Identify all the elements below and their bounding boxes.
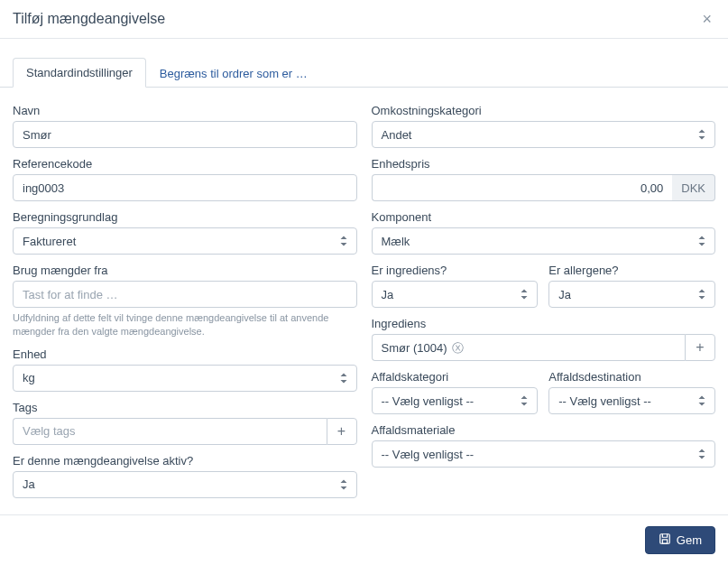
close-icon: × bbox=[702, 10, 712, 28]
modal-title: Tilføj mængdeangivelse bbox=[13, 11, 165, 27]
calculation-basis-value: Faktureret bbox=[23, 235, 76, 248]
active-label: Er denne mængdeangivelse aktiv? bbox=[13, 454, 357, 468]
waste-destination-select[interactable]: -- Vælg venligst -- bbox=[548, 387, 715, 414]
svg-rect-0 bbox=[660, 534, 670, 544]
is-ingredient-select[interactable]: Ja bbox=[372, 281, 539, 308]
plus-icon: + bbox=[696, 339, 704, 356]
left-column: Navn Referencekode Beregningsgrundlag Fa… bbox=[13, 98, 357, 498]
waste-material-value: -- Vælg venligst -- bbox=[382, 448, 475, 461]
unit-label: Enhed bbox=[13, 347, 357, 361]
chevron-updown-icon bbox=[517, 287, 531, 301]
name-label: Navn bbox=[13, 104, 357, 117]
is-allergen-label: Er allergene? bbox=[548, 264, 715, 277]
use-quantities-from-label: Brug mængder fra bbox=[13, 264, 357, 277]
component-select[interactable]: Mælk bbox=[372, 227, 716, 255]
remove-chip-icon[interactable]: ⓧ bbox=[452, 342, 464, 354]
tab-standard[interactable]: Standardindstillinger bbox=[13, 58, 146, 88]
save-button-label: Gem bbox=[677, 533, 702, 547]
unit-value: kg bbox=[23, 371, 35, 384]
unit-price-label: Enhedspris bbox=[372, 157, 716, 171]
add-ingredient-button[interactable]: + bbox=[685, 334, 715, 361]
svg-rect-1 bbox=[662, 540, 667, 543]
tags-input[interactable]: Vælg tags bbox=[13, 418, 327, 445]
component-label: Komponent bbox=[372, 210, 716, 224]
calculation-basis-select[interactable]: Faktureret bbox=[13, 227, 357, 255]
is-allergen-select[interactable]: Ja bbox=[548, 281, 715, 308]
chevron-updown-icon bbox=[695, 127, 709, 142]
tags-placeholder: Vælg tags bbox=[23, 424, 76, 438]
chevron-updown-icon bbox=[695, 394, 709, 408]
tab-restrict-orders[interactable]: Begræns til ordrer som er … bbox=[146, 59, 321, 88]
waste-destination-value: -- Vælg venligst -- bbox=[558, 394, 651, 408]
chevron-updown-icon bbox=[517, 394, 531, 408]
modal-footer: Gem bbox=[0, 514, 728, 565]
name-input[interactable] bbox=[13, 121, 357, 148]
waste-material-label: Affaldsmateriale bbox=[372, 423, 716, 437]
is-ingredient-value: Ja bbox=[382, 288, 394, 301]
tabs: Standardindstillinger Begræns til ordrer… bbox=[0, 39, 728, 88]
add-tag-button[interactable]: + bbox=[327, 418, 357, 445]
waste-category-value: -- Vælg venligst -- bbox=[382, 394, 475, 408]
chevron-updown-icon bbox=[336, 371, 351, 385]
chevron-updown-icon bbox=[695, 447, 709, 461]
reference-code-input[interactable] bbox=[13, 174, 357, 201]
close-button[interactable]: × bbox=[698, 11, 715, 27]
waste-category-label: Affaldskategori bbox=[372, 370, 539, 384]
unit-price-input[interactable] bbox=[372, 174, 673, 201]
right-column: Omkostningskategori Andet Enhedspris DKK… bbox=[372, 98, 716, 498]
use-quantities-from-input[interactable] bbox=[13, 281, 357, 308]
cost-category-label: Omkostningskategori bbox=[372, 104, 716, 117]
use-quantities-from-help: Udfyldning af dette felt vil tvinge denn… bbox=[13, 311, 357, 338]
active-value: Ja bbox=[23, 477, 35, 491]
chevron-updown-icon bbox=[695, 234, 709, 248]
save-icon bbox=[659, 533, 671, 548]
cost-category-value: Andet bbox=[382, 128, 412, 142]
ingredient-chip-label: Smør (1004) bbox=[382, 341, 447, 355]
is-ingredient-label: Er ingrediens? bbox=[372, 264, 539, 277]
unit-price-currency: DKK bbox=[672, 174, 715, 201]
ingredient-label: Ingrediens bbox=[372, 317, 716, 330]
ingredient-chip: Smør (1004) ⓧ bbox=[382, 341, 465, 355]
component-value: Mælk bbox=[382, 235, 410, 248]
is-allergen-value: Ja bbox=[558, 288, 571, 301]
cost-category-select[interactable]: Andet bbox=[372, 121, 716, 148]
chevron-updown-icon bbox=[336, 234, 351, 248]
unit-select[interactable]: kg bbox=[13, 365, 357, 392]
active-select[interactable]: Ja bbox=[13, 471, 357, 498]
save-button[interactable]: Gem bbox=[645, 526, 715, 554]
chevron-updown-icon bbox=[695, 287, 709, 301]
calculation-basis-label: Beregningsgrundlag bbox=[13, 210, 357, 224]
plus-icon: + bbox=[337, 423, 346, 440]
waste-material-select[interactable]: -- Vælg venligst -- bbox=[372, 440, 716, 468]
ingredient-input[interactable]: Smør (1004) ⓧ bbox=[372, 334, 686, 361]
waste-destination-label: Affaldsdestination bbox=[548, 370, 715, 384]
chevron-updown-icon bbox=[336, 477, 351, 492]
waste-category-select[interactable]: -- Vælg venligst -- bbox=[372, 387, 539, 414]
reference-code-label: Referencekode bbox=[13, 157, 357, 171]
tags-label: Tags bbox=[13, 401, 357, 414]
